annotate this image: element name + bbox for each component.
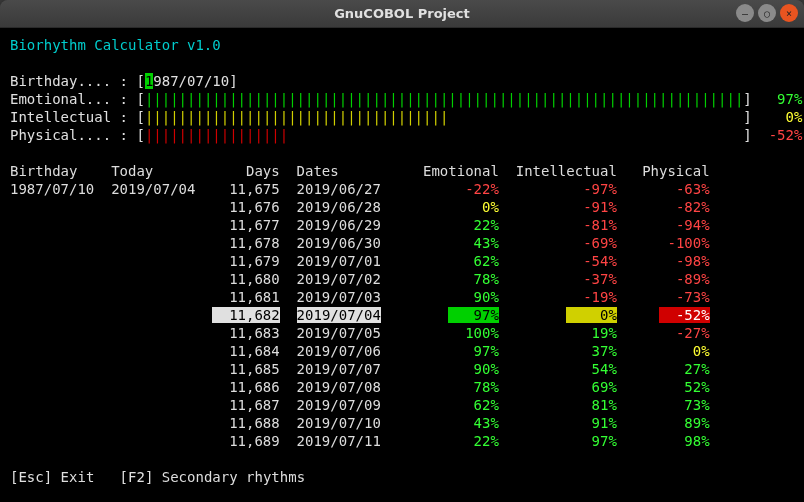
window-controls: – ○ × <box>736 4 798 22</box>
table-row: 11,683 2019/07/05 100% 19% -27% <box>10 325 710 341</box>
intellectual-bar: |||||||||||||||||||||||||||||||||||| <box>145 109 448 125</box>
table-row: 1987/07/10 2019/07/04 11,675 2019/06/27 … <box>10 181 710 197</box>
emotional-label: Emotional... : <box>10 91 128 107</box>
table-row: 11,676 2019/06/28 0% -91% -82% <box>10 199 710 215</box>
emotional-bar: ||||||||||||||||||||||||||||||||||||||||… <box>145 91 743 107</box>
footer-f2-key[interactable]: [F2] <box>120 469 154 485</box>
footer-esc-key[interactable]: [Esc] <box>10 469 52 485</box>
app-window: GnuCOBOL Project – ○ × Biorhythm Calcula… <box>0 0 804 502</box>
terminal[interactable]: Biorhythm Calculator v1.0 Birthday.... :… <box>0 28 804 502</box>
intellectual-pct: 0% <box>786 109 803 125</box>
table-row: 11,681 2019/07/03 90% -19% -73% <box>10 289 710 305</box>
table-row: 11,680 2019/07/02 78% -37% -89% <box>10 271 710 287</box>
table-row: 11,686 2019/07/08 78% 69% 52% <box>10 379 710 395</box>
table-row: 11,678 2019/06/30 43% -69% -100% <box>10 235 710 251</box>
physical-label: Physical.... : <box>10 127 128 143</box>
table-row: 11,677 2019/06/29 22% -81% -94% <box>10 217 710 233</box>
table-row: 11,685 2019/07/07 90% 54% 27% <box>10 361 710 377</box>
window-title: GnuCOBOL Project <box>0 6 804 21</box>
table-row: 11,687 2019/07/09 62% 81% 73% <box>10 397 710 413</box>
close-button[interactable]: × <box>780 4 798 22</box>
app-title: Biorhythm Calculator v1.0 <box>10 37 221 53</box>
minimize-button[interactable]: – <box>736 4 754 22</box>
table-header: Birthday Today Days Dates Emotional Inte… <box>10 163 710 179</box>
table-row: 11,684 2019/07/06 97% 37% 0% <box>10 343 710 359</box>
emotional-pct: 97% <box>777 91 802 107</box>
maximize-button[interactable]: ○ <box>758 4 776 22</box>
table-row: 11,682 2019/07/04 97% 0% -52% <box>10 307 710 323</box>
physical-bar: ||||||||||||||||| <box>145 127 288 143</box>
intellectual-label: Intellectual : <box>10 109 128 125</box>
birthday-label: Birthday.... : <box>10 73 128 89</box>
footer-esc-text: Exit <box>61 469 95 485</box>
table-row: 11,688 2019/07/10 43% 91% 89% <box>10 415 710 431</box>
table-row: 11,689 2019/07/11 22% 97% 98% <box>10 433 710 449</box>
physical-pct: -52% <box>769 127 803 143</box>
birthday-input[interactable]: 987/07/10 <box>153 73 229 89</box>
table-row: 11,679 2019/07/01 62% -54% -98% <box>10 253 710 269</box>
titlebar[interactable]: GnuCOBOL Project – ○ × <box>0 0 804 28</box>
table-body: 1987/07/10 2019/07/04 11,675 2019/06/27 … <box>10 181 710 449</box>
footer-f2-text: Secondary rhythms <box>162 469 305 485</box>
